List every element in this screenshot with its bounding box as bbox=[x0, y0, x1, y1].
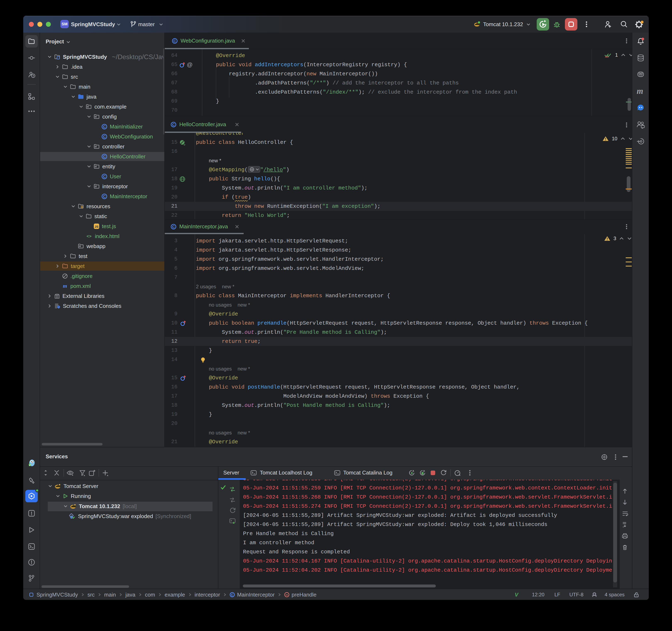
svg-text:C: C bbox=[172, 123, 175, 127]
svg-text:<>: <> bbox=[87, 234, 92, 239]
svg-text:?: ? bbox=[32, 74, 34, 78]
svg-text:m: m bbox=[63, 283, 67, 289]
svg-text:JS: JS bbox=[95, 225, 98, 228]
svg-text:C: C bbox=[103, 135, 106, 139]
svg-text:C: C bbox=[231, 593, 234, 597]
svg-text:m: m bbox=[286, 593, 288, 597]
svg-text:C: C bbox=[103, 125, 106, 129]
svg-text:C: C bbox=[103, 174, 106, 179]
svg-text:C: C bbox=[172, 225, 175, 229]
svg-text:C: C bbox=[103, 155, 106, 159]
svg-text:C: C bbox=[173, 39, 176, 43]
svg-text:C: C bbox=[103, 194, 106, 198]
